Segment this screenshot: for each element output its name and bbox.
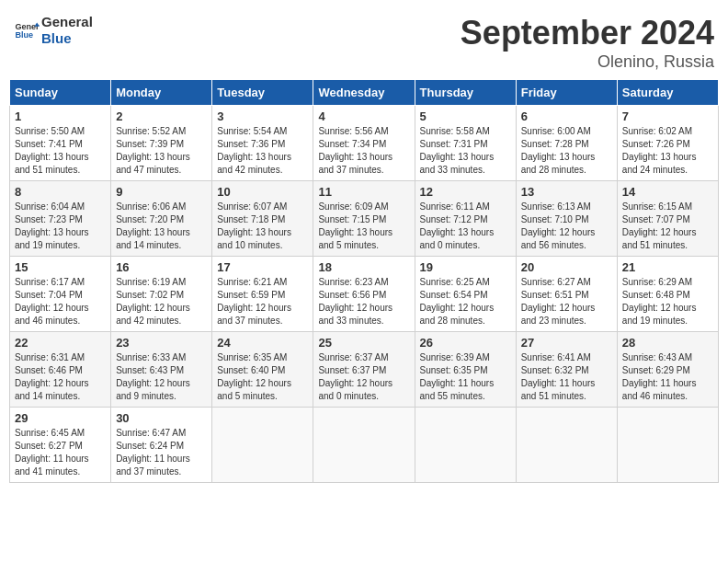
day-number: 12 (420, 185, 511, 199)
day-info: Sunrise: 6:13 AM Sunset: 7:10 PM Dayligh… (521, 201, 612, 252)
day-info: Sunrise: 6:39 AM Sunset: 6:35 PM Dayligh… (420, 351, 511, 403)
day-number: 21 (622, 260, 713, 274)
day-info: Sunrise: 6:23 AM Sunset: 6:56 PM Dayligh… (318, 276, 409, 327)
calendar-cell: 27Sunrise: 6:41 AM Sunset: 6:32 PM Dayli… (516, 332, 617, 408)
title-block: September 2024 Olenino, Russia (461, 14, 714, 72)
day-info: Sunrise: 6:04 AM Sunset: 7:23 PM Dayligh… (15, 201, 106, 252)
calendar-cell: 22Sunrise: 6:31 AM Sunset: 6:46 PM Dayli… (10, 332, 111, 408)
calendar-cell (617, 408, 718, 483)
calendar-cell: 28Sunrise: 6:43 AM Sunset: 6:29 PM Dayli… (617, 332, 718, 408)
day-info: Sunrise: 6:33 AM Sunset: 6:43 PM Dayligh… (116, 351, 207, 403)
calendar-cell: 14Sunrise: 6:15 AM Sunset: 7:07 PM Dayli… (617, 181, 718, 257)
calendar-cell: 29Sunrise: 6:45 AM Sunset: 6:27 PM Dayli… (10, 408, 111, 483)
day-number: 26 (420, 336, 511, 350)
day-number: 3 (217, 109, 308, 123)
day-number: 22 (15, 336, 106, 350)
calendar-cell: 12Sunrise: 6:11 AM Sunset: 7:12 PM Dayli… (415, 181, 516, 257)
calendar-cell: 3Sunrise: 5:54 AM Sunset: 7:36 PM Daylig… (212, 106, 313, 181)
calendar-header-row: SundayMondayTuesdayWednesdayThursdayFrid… (10, 80, 719, 106)
day-info: Sunrise: 6:19 AM Sunset: 7:02 PM Dayligh… (116, 276, 207, 327)
day-info: Sunrise: 6:35 AM Sunset: 6:40 PM Dayligh… (217, 351, 308, 403)
day-number: 11 (318, 185, 409, 199)
calendar-cell: 11Sunrise: 6:09 AM Sunset: 7:15 PM Dayli… (313, 181, 415, 257)
calendar-cell: 16Sunrise: 6:19 AM Sunset: 7:02 PM Dayli… (111, 257, 212, 332)
day-number: 20 (521, 260, 612, 274)
day-number: 6 (521, 109, 612, 123)
svg-text:Blue: Blue (15, 30, 33, 40)
day-info: Sunrise: 5:50 AM Sunset: 7:41 PM Dayligh… (15, 125, 106, 177)
calendar-cell: 30Sunrise: 6:47 AM Sunset: 6:24 PM Dayli… (111, 408, 212, 483)
day-info: Sunrise: 6:29 AM Sunset: 6:48 PM Dayligh… (622, 276, 713, 327)
day-info: Sunrise: 6:43 AM Sunset: 6:29 PM Dayligh… (622, 351, 713, 403)
day-info: Sunrise: 6:45 AM Sunset: 6:27 PM Dayligh… (15, 427, 106, 478)
day-number: 10 (217, 185, 308, 199)
col-header-monday: Monday (111, 80, 212, 106)
calendar-cell: 13Sunrise: 6:13 AM Sunset: 7:10 PM Dayli… (516, 181, 617, 257)
day-info: Sunrise: 5:58 AM Sunset: 7:31 PM Dayligh… (420, 125, 511, 177)
day-number: 8 (15, 185, 106, 199)
calendar-week-4: 22Sunrise: 6:31 AM Sunset: 6:46 PM Dayli… (10, 332, 719, 408)
day-info: Sunrise: 6:25 AM Sunset: 6:54 PM Dayligh… (420, 276, 511, 327)
logo-blue: Blue (41, 30, 93, 47)
day-number: 4 (318, 109, 409, 123)
calendar-week-2: 8Sunrise: 6:04 AM Sunset: 7:23 PM Daylig… (10, 181, 719, 257)
calendar-body: 1Sunrise: 5:50 AM Sunset: 7:41 PM Daylig… (10, 106, 719, 483)
day-info: Sunrise: 6:41 AM Sunset: 6:32 PM Dayligh… (521, 351, 612, 403)
calendar-cell: 17Sunrise: 6:21 AM Sunset: 6:59 PM Dayli… (212, 257, 313, 332)
calendar-cell: 26Sunrise: 6:39 AM Sunset: 6:35 PM Dayli… (415, 332, 516, 408)
day-number: 23 (116, 336, 207, 350)
logo-general: General (41, 14, 93, 30)
day-number: 7 (622, 109, 713, 123)
calendar-cell: 19Sunrise: 6:25 AM Sunset: 6:54 PM Dayli… (415, 257, 516, 332)
col-header-friday: Friday (516, 80, 617, 106)
day-number: 18 (318, 260, 409, 274)
calendar-cell: 18Sunrise: 6:23 AM Sunset: 6:56 PM Dayli… (313, 257, 415, 332)
calendar-subtitle: Olenino, Russia (461, 52, 714, 72)
calendar-cell: 23Sunrise: 6:33 AM Sunset: 6:43 PM Dayli… (111, 332, 212, 408)
col-header-sunday: Sunday (10, 80, 111, 106)
day-number: 27 (521, 336, 612, 350)
day-number: 29 (15, 411, 106, 425)
col-header-saturday: Saturday (617, 80, 718, 106)
page-header: General Blue General Blue September 2024… (9, 9, 719, 72)
calendar-cell: 1Sunrise: 5:50 AM Sunset: 7:41 PM Daylig… (10, 106, 111, 181)
day-info: Sunrise: 6:02 AM Sunset: 7:26 PM Dayligh… (622, 125, 713, 177)
col-header-thursday: Thursday (415, 80, 516, 106)
calendar-table: SundayMondayTuesdayWednesdayThursdayFrid… (9, 79, 719, 483)
day-number: 16 (116, 260, 207, 274)
logo: General Blue General Blue (14, 14, 93, 47)
day-info: Sunrise: 6:00 AM Sunset: 7:28 PM Dayligh… (521, 125, 612, 177)
calendar-cell: 25Sunrise: 6:37 AM Sunset: 6:37 PM Dayli… (313, 332, 415, 408)
day-info: Sunrise: 6:11 AM Sunset: 7:12 PM Dayligh… (420, 201, 511, 252)
day-info: Sunrise: 5:56 AM Sunset: 7:34 PM Dayligh… (318, 125, 409, 177)
day-number: 14 (622, 185, 713, 199)
calendar-cell: 24Sunrise: 6:35 AM Sunset: 6:40 PM Dayli… (212, 332, 313, 408)
day-info: Sunrise: 6:31 AM Sunset: 6:46 PM Dayligh… (15, 351, 106, 403)
day-number: 24 (217, 336, 308, 350)
day-info: Sunrise: 6:15 AM Sunset: 7:07 PM Dayligh… (622, 201, 713, 252)
day-number: 17 (217, 260, 308, 274)
calendar-cell: 20Sunrise: 6:27 AM Sunset: 6:51 PM Dayli… (516, 257, 617, 332)
day-info: Sunrise: 6:37 AM Sunset: 6:37 PM Dayligh… (318, 351, 409, 403)
day-number: 1 (15, 109, 106, 123)
calendar-cell: 10Sunrise: 6:07 AM Sunset: 7:18 PM Dayli… (212, 181, 313, 257)
day-number: 2 (116, 109, 207, 123)
col-header-tuesday: Tuesday (212, 80, 313, 106)
calendar-cell: 15Sunrise: 6:17 AM Sunset: 7:04 PM Dayli… (10, 257, 111, 332)
calendar-cell: 4Sunrise: 5:56 AM Sunset: 7:34 PM Daylig… (313, 106, 415, 181)
calendar-week-1: 1Sunrise: 5:50 AM Sunset: 7:41 PM Daylig… (10, 106, 719, 181)
calendar-cell (313, 408, 415, 483)
day-number: 30 (116, 411, 207, 425)
calendar-cell (415, 408, 516, 483)
day-info: Sunrise: 5:52 AM Sunset: 7:39 PM Dayligh… (116, 125, 207, 177)
calendar-title: September 2024 (461, 14, 714, 52)
calendar-cell: 2Sunrise: 5:52 AM Sunset: 7:39 PM Daylig… (111, 106, 212, 181)
calendar-cell (516, 408, 617, 483)
calendar-cell: 21Sunrise: 6:29 AM Sunset: 6:48 PM Dayli… (617, 257, 718, 332)
day-number: 28 (622, 336, 713, 350)
calendar-cell: 8Sunrise: 6:04 AM Sunset: 7:23 PM Daylig… (10, 181, 111, 257)
day-info: Sunrise: 5:54 AM Sunset: 7:36 PM Dayligh… (217, 125, 308, 177)
day-number: 25 (318, 336, 409, 350)
day-number: 9 (116, 185, 207, 199)
calendar-cell: 9Sunrise: 6:06 AM Sunset: 7:20 PM Daylig… (111, 181, 212, 257)
